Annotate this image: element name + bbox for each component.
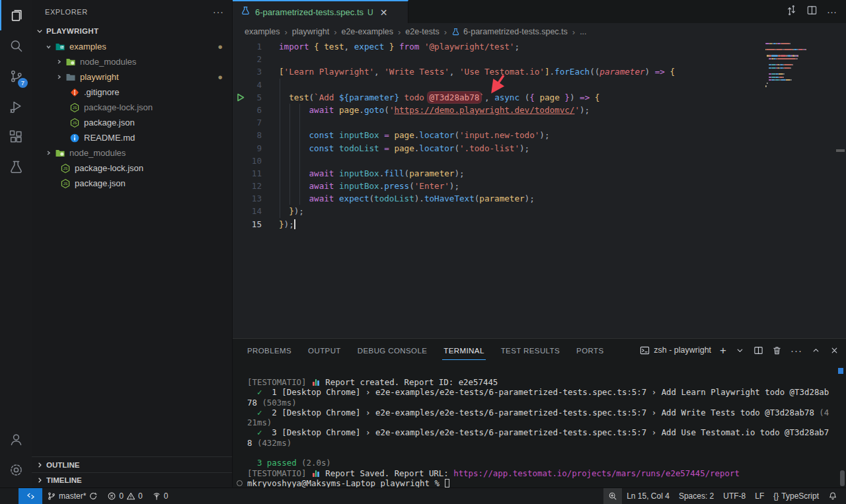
remote-indicator[interactable] [19, 488, 42, 504]
panel-tab-ports[interactable]: PORTS [575, 341, 605, 360]
tree-item-label: package.json [75, 178, 126, 188]
indent-guide [280, 205, 280, 217]
tree-item-package-json[interactable]: JSpackage.json [32, 176, 232, 191]
zoom-indicator[interactable] [603, 488, 622, 504]
tree-item-node-modules[interactable]: node_modules [32, 54, 232, 69]
code-editor[interactable]: 1import { test, expect } from '@playwrig… [233, 40, 846, 338]
kill-terminal-icon[interactable] [772, 345, 782, 355]
tab-6-parametrized-tests[interactable]: 6-parametrized-tests.spec.ts U ✕ [233, 0, 408, 23]
vscode-window: 7 EXPLORER ··· [0, 0, 846, 504]
code-line-6[interactable]: 6 await page.goto('https://demo.playwrig… [233, 104, 846, 116]
explorer-more-icon[interactable]: ··· [213, 7, 224, 17]
swap-icon[interactable] [786, 5, 797, 18]
breadcrumb-item-6-parametrized-tests-spec-ts[interactable]: 6-parametrized-tests.spec.ts [451, 27, 568, 36]
split-terminal-icon[interactable] [753, 345, 763, 355]
section-playwright[interactable]: PLAYWRIGHT [32, 23, 232, 39]
panel-tab-problems[interactable]: PROBLEMS [246, 341, 293, 360]
command-decoration-icon [237, 480, 243, 486]
tree-item-playwright[interactable]: playwright● [32, 69, 232, 85]
tree-item-label: README.md [84, 133, 135, 143]
minimap[interactable] [765, 43, 829, 89]
code-line-14[interactable]: 14 }); [233, 205, 846, 217]
run-test-icon[interactable] [236, 92, 246, 102]
tree-item-package-json[interactable]: JSpackage.json [32, 115, 232, 130]
split-editor-icon[interactable] [806, 5, 818, 18]
code-line-3[interactable]: 3['Learn Playwright', 'Write Tests', 'Us… [233, 65, 846, 78]
explorer-icon[interactable] [0, 0, 32, 30]
code-line-4[interactable]: 4 [233, 79, 846, 91]
tree-item-examples[interactable]: examples● [32, 39, 232, 54]
line-number: 11 [233, 167, 262, 180]
indent-guide [299, 180, 300, 192]
breadcrumb-item-examples[interactable]: examples [245, 27, 280, 36]
code-line-15[interactable]: 15}); [233, 218, 846, 231]
search-icon[interactable] [0, 30, 32, 61]
problems-status[interactable]: 0 0 [102, 488, 147, 504]
code-line-13[interactable]: 13 await expect(todoList).toHaveText(par… [233, 192, 846, 205]
tab-close-icon[interactable]: ✕ [380, 7, 388, 18]
code-line-11[interactable]: 11 await inputBox.fill(parameter); [233, 167, 846, 180]
code-line-5[interactable]: 5 test(`Add ${parameter} todo @T3d28ab78… [233, 91, 846, 104]
testing-icon[interactable] [0, 152, 32, 182]
breadcrumb-item-[interactable]: ... [580, 27, 586, 36]
terminal-session[interactable]: zsh - playwright [640, 345, 711, 355]
maximize-panel-icon[interactable] [811, 345, 821, 355]
code-line-12[interactable]: 12 await inputBox.press('Enter'); [233, 180, 846, 192]
ports-status[interactable]: 0 [147, 488, 173, 504]
code-line-7[interactable]: 7 [233, 116, 846, 129]
run-debug-icon[interactable] [0, 91, 32, 122]
panel-tab-output[interactable]: OUTPUT [307, 341, 342, 360]
tree-item-node-modules[interactable]: node_modules [32, 145, 232, 161]
terminal-dropdown-icon[interactable] [735, 345, 745, 355]
code-line-9[interactable]: 9 const todoList = page.locator('.todo-l… [233, 142, 846, 155]
git-branch-status[interactable]: master* [42, 488, 102, 504]
language-mode[interactable]: {} TypeScript [769, 488, 824, 504]
section-timeline[interactable]: TIMELINE [32, 472, 232, 487]
code-line-10[interactable]: 10 [233, 155, 846, 167]
node-json-icon: JS [69, 102, 80, 113]
account-icon[interactable] [0, 424, 32, 454]
panel-more-icon[interactable]: ··· [790, 345, 802, 356]
extensions-icon[interactable] [0, 122, 32, 152]
tree-item-readme-md[interactable]: README.md [32, 130, 232, 145]
encoding[interactable]: UTF-8 [718, 488, 750, 504]
notifications[interactable] [824, 488, 842, 504]
chevron-right-icon [36, 476, 44, 484]
explorer-title: EXPLORER [45, 8, 88, 16]
git-icon [69, 87, 80, 98]
indent-guide [280, 155, 280, 167]
section-outline[interactable]: OUTLINE [32, 457, 232, 472]
terminal-output[interactable]: [TESTOMATIO] Report created. Report ID: … [233, 361, 846, 487]
indent-guide [299, 142, 300, 155]
indent-guide [280, 91, 280, 104]
sidebar-explorer: EXPLORER ··· PLAYWRIGHT examples●node_mo… [32, 0, 233, 487]
breadcrumb-item-playwright[interactable]: playwright [292, 27, 329, 36]
eol-sequence[interactable]: LF [750, 488, 769, 504]
settings-gear-icon[interactable] [0, 454, 32, 485]
cursor-position[interactable]: Ln 15, Col 4 [622, 488, 674, 504]
breadcrumb-item-e2e-tests[interactable]: e2e-tests [405, 27, 439, 36]
svg-text:JS: JS [72, 106, 77, 110]
status-bar: master* 0 0 0 Ln 15, Col 4 Spaces: 2 UTF… [0, 487, 846, 504]
panel-tab-terminal[interactable]: TERMINAL [442, 341, 485, 360]
breadcrumb-separator: › [334, 27, 336, 37]
indentation[interactable]: Spaces: 2 [674, 488, 718, 504]
tree-item-package-lock-json[interactable]: JSpackage-lock.json [32, 100, 232, 115]
node-json-icon: JS [60, 163, 71, 174]
panel-tab-test-results[interactable]: TEST RESULTS [500, 341, 561, 360]
breadcrumb-item-e2e-examples[interactable]: e2e-examples [341, 27, 393, 36]
panel-tab-debug-console[interactable]: DEBUG CONSOLE [356, 341, 429, 360]
tree-item-package-lock-json[interactable]: JSpackage-lock.json [32, 161, 232, 176]
source-control-icon[interactable]: 7 [0, 61, 32, 91]
code-line-2[interactable]: 2 [233, 53, 846, 65]
code-line-1[interactable]: 1import { test, expect } from '@playwrig… [233, 40, 846, 53]
tree-item-label: node_modules [69, 148, 126, 158]
code-line-8[interactable]: 8 const inputBox = page.locator('input.n… [233, 129, 846, 141]
indent-guide [289, 116, 290, 129]
folder-plain-icon [65, 72, 76, 83]
indent-guide [289, 155, 290, 167]
close-panel-icon[interactable] [829, 345, 839, 355]
new-terminal-icon[interactable]: + [720, 345, 726, 356]
editor-more-icon[interactable]: ··· [827, 6, 837, 17]
tree-item-gitignore[interactable]: .gitignore [32, 85, 232, 100]
